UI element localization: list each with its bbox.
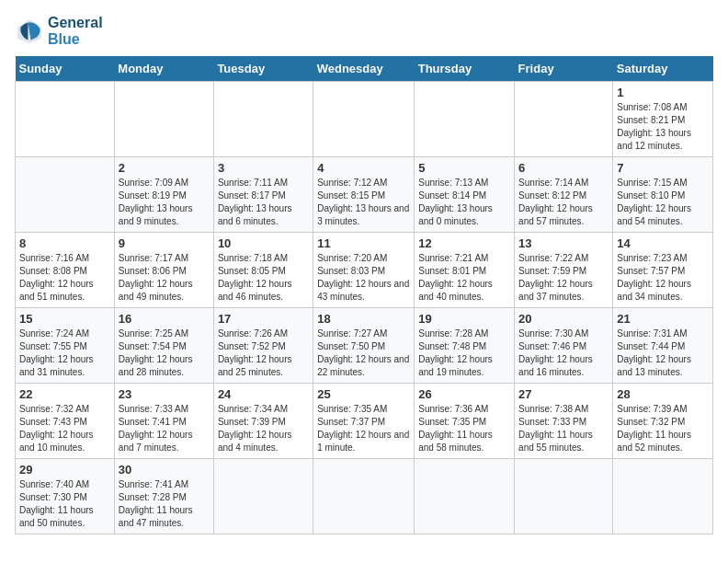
empty-cell — [313, 82, 415, 157]
calendar-day: 19Sunrise: 7:28 AMSunset: 7:48 PMDayligh… — [415, 308, 515, 384]
empty-cell — [114, 82, 213, 157]
calendar-day: 10Sunrise: 7:18 AMSunset: 8:05 PMDayligh… — [213, 233, 313, 308]
calendar-day: 27Sunrise: 7:38 AMSunset: 7:33 PMDayligh… — [515, 384, 613, 459]
header-row: SundayMondayTuesdayWednesdayThursdayFrid… — [16, 56, 713, 82]
logo-icon — [15, 17, 44, 46]
calendar-day: 9Sunrise: 7:17 AMSunset: 8:06 PMDaylight… — [114, 233, 213, 308]
calendar-day: 16Sunrise: 7:25 AMSunset: 7:54 PMDayligh… — [114, 308, 213, 384]
calendar-day: 29Sunrise: 7:40 AMSunset: 7:30 PMDayligh… — [16, 459, 115, 534]
calendar-week: 2Sunrise: 7:09 AMSunset: 8:19 PMDaylight… — [16, 157, 713, 233]
col-header-tuesday: Tuesday — [213, 56, 313, 82]
logo-text: General Blue — [48, 15, 103, 47]
calendar-week: 1Sunrise: 7:08 AMSunset: 8:21 PMDaylight… — [16, 82, 713, 157]
calendar-week: 8Sunrise: 7:16 AMSunset: 8:08 PMDaylight… — [16, 233, 713, 308]
col-header-sunday: Sunday — [16, 56, 115, 82]
col-header-wednesday: Wednesday — [313, 56, 415, 82]
calendar-day: 11Sunrise: 7:20 AMSunset: 8:03 PMDayligh… — [313, 233, 415, 308]
empty-cell — [213, 82, 313, 157]
calendar-day: 20Sunrise: 7:30 AMSunset: 7:46 PMDayligh… — [515, 308, 613, 384]
calendar-day: 24Sunrise: 7:34 AMSunset: 7:39 PMDayligh… — [213, 384, 313, 459]
page-header: General Blue — [15, 15, 713, 47]
calendar-day: 26Sunrise: 7:36 AMSunset: 7:35 PMDayligh… — [415, 384, 515, 459]
calendar-day: 4Sunrise: 7:12 AMSunset: 8:15 PMDaylight… — [313, 157, 415, 233]
logo: General Blue — [15, 15, 103, 47]
calendar-day: 17Sunrise: 7:26 AMSunset: 7:52 PMDayligh… — [213, 308, 313, 384]
calendar-day: 28Sunrise: 7:39 AMSunset: 7:32 PMDayligh… — [613, 384, 713, 459]
empty-cell — [16, 82, 115, 157]
calendar-day — [313, 459, 415, 534]
calendar-day: 18Sunrise: 7:27 AMSunset: 7:50 PMDayligh… — [313, 308, 415, 384]
calendar-day: 15Sunrise: 7:24 AMSunset: 7:55 PMDayligh… — [16, 308, 115, 384]
calendar-day: 6Sunrise: 7:14 AMSunset: 8:12 PMDaylight… — [515, 157, 613, 233]
calendar-day: 22Sunrise: 7:32 AMSunset: 7:43 PMDayligh… — [16, 384, 115, 459]
calendar-day: 14Sunrise: 7:23 AMSunset: 7:57 PMDayligh… — [613, 233, 713, 308]
calendar-day: 23Sunrise: 7:33 AMSunset: 7:41 PMDayligh… — [114, 384, 213, 459]
col-header-saturday: Saturday — [613, 56, 713, 82]
calendar-day: 25Sunrise: 7:35 AMSunset: 7:37 PMDayligh… — [313, 384, 415, 459]
calendar-day — [613, 459, 713, 534]
col-header-thursday: Thursday — [415, 56, 515, 82]
calendar-day: 3Sunrise: 7:11 AMSunset: 8:17 PMDaylight… — [213, 157, 313, 233]
calendar-day: 8Sunrise: 7:16 AMSunset: 8:08 PMDaylight… — [16, 233, 115, 308]
calendar-day: 1Sunrise: 7:08 AMSunset: 8:21 PMDaylight… — [613, 82, 713, 157]
calendar-day — [213, 459, 313, 534]
calendar-week: 29Sunrise: 7:40 AMSunset: 7:30 PMDayligh… — [16, 459, 713, 534]
calendar-day: 30Sunrise: 7:41 AMSunset: 7:28 PMDayligh… — [114, 459, 213, 534]
col-header-monday: Monday — [114, 56, 213, 82]
calendar-day — [16, 157, 115, 233]
calendar-week: 15Sunrise: 7:24 AMSunset: 7:55 PMDayligh… — [16, 308, 713, 384]
calendar-day: 7Sunrise: 7:15 AMSunset: 8:10 PMDaylight… — [613, 157, 713, 233]
calendar-day: 5Sunrise: 7:13 AMSunset: 8:14 PMDaylight… — [415, 157, 515, 233]
calendar-day: 13Sunrise: 7:22 AMSunset: 7:59 PMDayligh… — [515, 233, 613, 308]
calendar-day: 2Sunrise: 7:09 AMSunset: 8:19 PMDaylight… — [114, 157, 213, 233]
calendar-day: 12Sunrise: 7:21 AMSunset: 8:01 PMDayligh… — [415, 233, 515, 308]
calendar-day — [415, 459, 515, 534]
calendar-week: 22Sunrise: 7:32 AMSunset: 7:43 PMDayligh… — [16, 384, 713, 459]
empty-cell — [515, 82, 613, 157]
col-header-friday: Friday — [515, 56, 613, 82]
calendar-day: 21Sunrise: 7:31 AMSunset: 7:44 PMDayligh… — [613, 308, 713, 384]
empty-cell — [415, 82, 515, 157]
calendar-table: SundayMondayTuesdayWednesdayThursdayFrid… — [15, 56, 713, 534]
calendar-day — [515, 459, 613, 534]
